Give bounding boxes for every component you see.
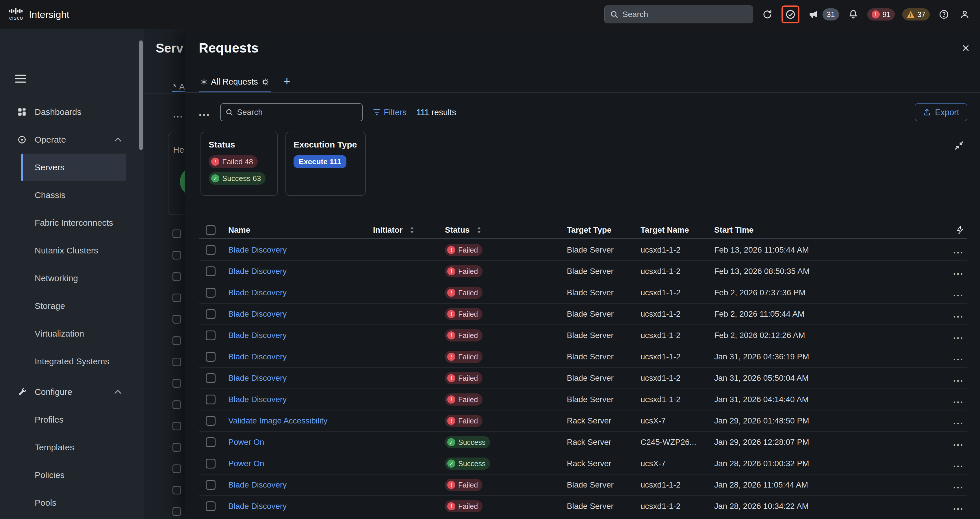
table-row[interactable]: Blade Discovery !Failed Blade Server ucs…: [199, 389, 967, 411]
close-icon[interactable]: ×: [962, 41, 970, 54]
export-button[interactable]: Export: [915, 103, 967, 121]
success-count-badge[interactable]: ✓ Success 63: [208, 172, 266, 185]
sort-icon[interactable]: [477, 227, 481, 233]
request-name-link[interactable]: Blade Discovery: [228, 502, 286, 511]
background-row-checkbox[interactable]: [172, 465, 181, 473]
requests-check-circle-button[interactable]: [785, 9, 796, 20]
request-name-link[interactable]: Blade Discovery: [228, 480, 286, 490]
column-header-target-name[interactable]: Target Name: [633, 225, 707, 235]
request-name-link[interactable]: Power On: [228, 438, 264, 447]
row-actions-menu[interactable]: ...: [953, 458, 964, 469]
request-name-link[interactable]: Blade Discovery: [228, 245, 286, 255]
background-row-checkbox[interactable]: [172, 486, 181, 494]
help-button[interactable]: [937, 8, 951, 21]
row-actions-menu[interactable]: ...: [953, 330, 964, 341]
request-name-link[interactable]: Blade Discovery: [228, 395, 286, 404]
select-all-checkbox[interactable]: [206, 225, 216, 235]
execute-count-badge[interactable]: Execute 111: [294, 155, 347, 168]
row-checkbox[interactable]: [206, 459, 216, 468]
column-header-start-time[interactable]: Start Time: [707, 225, 892, 235]
requests-search[interactable]: [220, 103, 363, 121]
user-profile-button[interactable]: [958, 8, 971, 21]
row-actions-menu[interactable]: ...: [953, 394, 964, 405]
row-checkbox[interactable]: [206, 352, 216, 362]
row-checkbox[interactable]: [206, 330, 216, 340]
table-row[interactable]: Blade Discovery !Failed Blade Server ucs…: [199, 240, 967, 261]
table-row[interactable]: Blade Discovery !Failed Blade Server ucs…: [199, 304, 967, 325]
row-checkbox[interactable]: [206, 288, 216, 298]
background-row-checkbox[interactable]: [172, 294, 181, 302]
collapse-summary-icon[interactable]: [954, 140, 964, 151]
row-checkbox[interactable]: [206, 480, 216, 490]
background-row-checkbox[interactable]: [172, 422, 181, 430]
row-actions-menu[interactable]: ...: [953, 244, 964, 256]
sidebar-item-virtualization[interactable]: Virtualization: [0, 320, 143, 348]
table-row[interactable]: Blade Discovery !Failed Blade Server ucs…: [199, 261, 967, 282]
filters-button[interactable]: Filters: [373, 108, 407, 117]
sidebar-item-profiles[interactable]: Profiles: [0, 406, 143, 433]
sidebar-item-rules[interactable]: Rules: [0, 517, 143, 519]
sidebar-item-policies[interactable]: Policies: [0, 461, 143, 489]
gear-icon[interactable]: [261, 78, 269, 86]
sidebar-item-servers[interactable]: Servers: [21, 154, 126, 181]
background-row-checkbox[interactable]: [172, 379, 181, 388]
row-checkbox[interactable]: [206, 502, 216, 511]
table-row[interactable]: Blade Discovery !Failed Blade Server ucs…: [199, 496, 967, 517]
background-tab[interactable]: * A: [173, 82, 185, 92]
row-actions-menu[interactable]: ...: [953, 309, 964, 320]
table-row[interactable]: Blade Discovery !Failed Blade Server ucs…: [199, 368, 967, 389]
column-header-target-type[interactable]: Target Type: [559, 225, 633, 235]
refresh-button[interactable]: [761, 8, 774, 21]
background-row-checkbox[interactable]: [172, 443, 181, 452]
toolbar-more-menu[interactable]: ...: [199, 107, 210, 118]
request-name-link[interactable]: Blade Discovery: [228, 267, 286, 276]
request-name-link[interactable]: Validate Image Accessibility: [228, 416, 327, 425]
row-actions-menu[interactable]: ...: [953, 287, 964, 298]
sidebar-scrollbar-thumb[interactable]: [139, 40, 143, 150]
background-row-checkbox[interactable]: [172, 336, 181, 345]
row-checkbox[interactable]: [206, 416, 216, 426]
failed-count-badge[interactable]: ! Failed 48: [208, 155, 258, 168]
column-header-initiator[interactable]: Initiator: [366, 225, 438, 235]
sidebar-item-fabric-interconnects[interactable]: Fabric Interconnects: [0, 209, 143, 237]
background-row-checkbox[interactable]: [172, 315, 181, 324]
table-row[interactable]: Validate Image Accessibility !Failed Rac…: [199, 411, 967, 432]
background-row-checkbox[interactable]: [172, 251, 181, 259]
table-row[interactable]: Blade Discovery !Failed Blade Server ucs…: [199, 325, 967, 346]
sidebar-item-chassis[interactable]: Chassis: [0, 181, 143, 209]
sidebar-item-storage[interactable]: Storage: [0, 292, 143, 320]
request-name-link[interactable]: Blade Discovery: [228, 288, 286, 297]
column-header-status[interactable]: Status: [438, 225, 559, 235]
row-actions-menu[interactable]: ...: [953, 437, 964, 448]
lightning-icon[interactable]: [956, 226, 964, 234]
background-row-checkbox[interactable]: [172, 230, 181, 238]
background-more-menu[interactable]: ...: [173, 109, 183, 120]
request-name-link[interactable]: Blade Discovery: [228, 352, 286, 361]
row-checkbox[interactable]: [206, 245, 216, 255]
row-actions-menu[interactable]: ...: [953, 373, 964, 384]
requests-search-input[interactable]: [237, 108, 358, 117]
background-row-checkbox[interactable]: [172, 400, 181, 409]
request-name-link[interactable]: Power On: [228, 459, 264, 468]
table-row[interactable]: Blade Discovery !Failed Blade Server ucs…: [199, 475, 967, 496]
request-name-link[interactable]: Blade Discovery: [228, 309, 286, 319]
row-checkbox[interactable]: [206, 309, 216, 319]
sidebar-item-nutanix-clusters[interactable]: Nutanix Clusters: [0, 237, 143, 264]
table-row[interactable]: Blade Discovery !Failed Blade Server ucs…: [199, 282, 967, 304]
sidebar-item-integrated-systems[interactable]: Integrated Systems: [0, 348, 143, 375]
sort-icon[interactable]: [410, 227, 414, 233]
announcements-group[interactable]: 31: [807, 8, 839, 21]
warning-alarms-badge[interactable]: 37: [902, 8, 930, 21]
table-row[interactable]: Power On ✓Success Rack Server ucsX-7 Jan…: [199, 453, 967, 475]
background-row-checkbox[interactable]: [172, 358, 181, 366]
table-row[interactable]: Power On ✓Success Rack Server C245-WZP26…: [199, 432, 967, 453]
sidebar-item-networking[interactable]: Networking: [0, 264, 143, 292]
critical-alarms-badge[interactable]: ! 91: [867, 8, 895, 21]
row-actions-menu[interactable]: ...: [953, 266, 964, 277]
column-header-name[interactable]: Name: [221, 225, 366, 235]
background-row-checkbox[interactable]: [172, 272, 181, 281]
request-name-link[interactable]: Blade Discovery: [228, 373, 286, 383]
row-checkbox[interactable]: [206, 373, 216, 383]
global-search-input[interactable]: [623, 10, 748, 19]
sidebar-item-pools[interactable]: Pools: [0, 489, 143, 517]
